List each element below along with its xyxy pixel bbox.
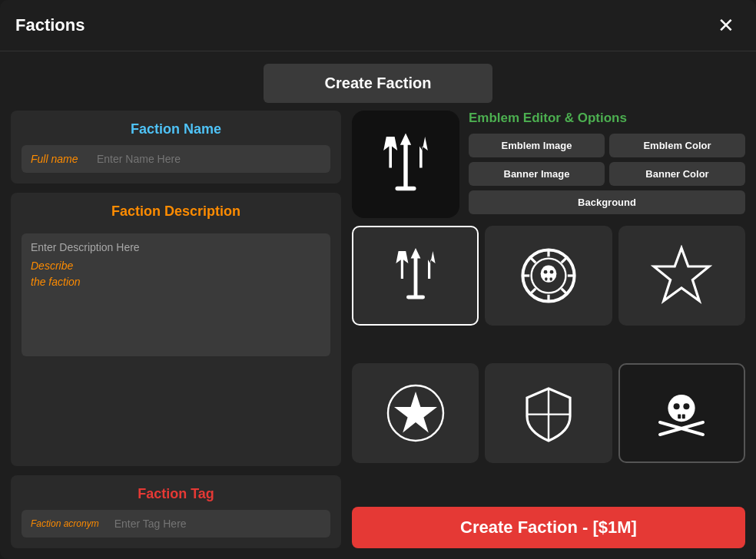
faction-tag-input[interactable] — [108, 510, 330, 538]
svg-rect-32 — [682, 415, 685, 419]
banner-image-button[interactable]: Banner Image — [469, 162, 605, 186]
description-placeholder-italic: Describe the faction — [31, 258, 321, 290]
svg-line-15 — [562, 289, 566, 293]
emblem-image-button[interactable]: Emblem Image — [469, 134, 605, 157]
describe-line2: the faction — [31, 276, 81, 288]
close-button[interactable]: ✕ — [711, 12, 741, 38]
skull-crossbones-icon — [651, 382, 712, 444]
svg-rect-31 — [678, 415, 681, 419]
faction-tag-input-row: Faction acronym — [22, 510, 330, 538]
faction-name-input-row: Full name — [22, 145, 330, 173]
svg-point-18 — [541, 265, 557, 282]
modal-title: Factions — [15, 15, 85, 35]
create-faction-tab[interactable]: Create Faction — [264, 64, 493, 103]
emblem-top-row: Emblem Editor & Options Emblem Image Emb… — [352, 111, 745, 218]
right-panel: Emblem Editor & Options Emblem Image Emb… — [352, 111, 745, 548]
emblem-options: Emblem Editor & Options Emblem Image Emb… — [469, 111, 745, 218]
emblem-item-circle-star[interactable] — [352, 363, 479, 463]
faction-name-label: Full name — [22, 145, 91, 173]
star-icon — [651, 245, 712, 306]
trident-icon — [385, 245, 446, 306]
svg-point-19 — [544, 270, 548, 274]
modal-body: Faction Name Full name Faction Descripti… — [0, 111, 756, 559]
skull-ring-icon — [518, 245, 579, 306]
emblem-grid — [352, 226, 745, 495]
svg-rect-22 — [550, 277, 552, 280]
emblem-item-shield[interactable] — [485, 363, 612, 463]
emblem-item-skull-ring[interactable] — [485, 226, 612, 326]
svg-point-29 — [674, 403, 680, 409]
create-faction-header: Create Faction — [0, 51, 756, 111]
emblem-item-trident[interactable] — [352, 226, 479, 326]
svg-line-17 — [531, 289, 536, 293]
svg-marker-0 — [400, 134, 411, 189]
svg-marker-1 — [383, 137, 397, 168]
emblem-item-star[interactable] — [618, 226, 745, 326]
svg-point-20 — [550, 270, 554, 274]
svg-point-30 — [684, 403, 690, 409]
svg-rect-3 — [396, 187, 416, 190]
faction-tag-label: Faction acronym — [22, 511, 108, 537]
emblem-item-skull-crossbones[interactable] — [618, 363, 745, 463]
faction-description-section: Faction Description Enter Description He… — [11, 193, 341, 466]
faction-description-header: Faction Description — [11, 193, 341, 233]
emblem-preview — [352, 111, 459, 218]
emblem-color-button[interactable]: Emblem Color — [609, 134, 745, 157]
svg-line-14 — [531, 258, 536, 263]
svg-marker-5 — [396, 251, 408, 279]
svg-rect-7 — [406, 296, 425, 299]
left-panel: Faction Name Full name Faction Descripti… — [11, 111, 341, 548]
svg-marker-2 — [419, 137, 428, 168]
faction-name-section: Faction Name Full name — [11, 111, 341, 184]
faction-tag-title: Faction Tag — [22, 486, 330, 502]
background-button[interactable]: Background — [469, 190, 745, 214]
emblem-editor-title: Emblem Editor & Options — [469, 111, 745, 126]
factions-modal: Factions ✕ Create Faction Faction Name F… — [0, 0, 756, 559]
describe-line1: Describe — [31, 260, 73, 272]
description-placeholder-top: Enter Description Here — [31, 241, 321, 253]
create-faction-submit-button[interactable]: Create Faction - [$1M] — [352, 507, 745, 548]
faction-tag-section: Faction Tag Faction acronym — [11, 475, 341, 548]
svg-point-28 — [668, 395, 695, 422]
svg-marker-6 — [428, 251, 436, 279]
faction-description-title: Faction Description — [22, 203, 330, 220]
svg-line-16 — [562, 258, 566, 263]
svg-marker-25 — [394, 392, 437, 433]
faction-name-title: Faction Name — [22, 121, 330, 137]
selected-emblem-icon — [371, 130, 440, 199]
faction-description-textarea-box: Enter Description Here Describe the fact… — [22, 233, 330, 356]
faction-name-input[interactable] — [91, 145, 330, 173]
banner-color-button[interactable]: Banner Color — [609, 162, 745, 186]
options-grid: Emblem Image Emblem Color Banner Image B… — [469, 134, 745, 214]
svg-rect-21 — [545, 277, 547, 280]
modal-header: Factions ✕ — [0, 0, 756, 51]
circle-star-icon — [385, 382, 446, 444]
svg-marker-4 — [410, 248, 420, 297]
shield-icon — [518, 382, 579, 444]
svg-marker-23 — [654, 248, 709, 301]
